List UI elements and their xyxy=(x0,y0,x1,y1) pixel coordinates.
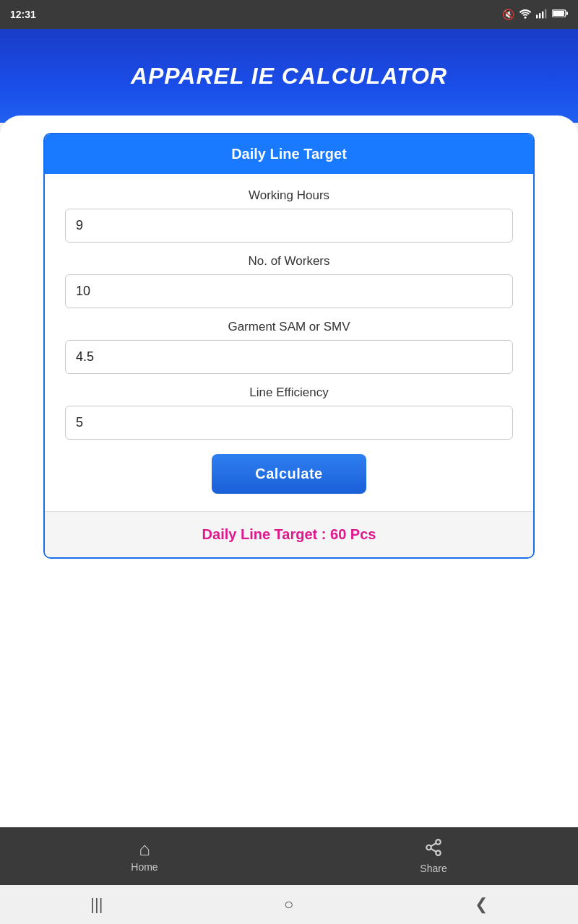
result-text: Daily Line Target : 60 Pcs xyxy=(202,526,376,542)
no-of-workers-input[interactable] xyxy=(65,274,513,308)
home-button[interactable]: ○ xyxy=(284,895,293,914)
recent-apps-button[interactable]: ||| xyxy=(90,895,103,914)
nav-share[interactable]: Share xyxy=(420,838,447,874)
svg-point-8 xyxy=(436,840,441,845)
garment-sam-input[interactable] xyxy=(65,340,513,374)
back-button[interactable]: ❮ xyxy=(475,895,488,914)
svg-point-0 xyxy=(525,16,527,18)
svg-point-10 xyxy=(436,850,441,855)
svg-rect-2 xyxy=(539,13,540,18)
calculator-card: Daily Line Target Working Hours No. of W… xyxy=(43,133,535,559)
app-header: APPAREL IE CALCULATOR xyxy=(0,29,578,123)
status-bar: 12:31 🔇 xyxy=(0,0,578,29)
nav-home[interactable]: ⌂ Home xyxy=(131,840,158,873)
battery-icon xyxy=(552,9,568,20)
line-efficiency-label: Line Efficiency xyxy=(65,385,513,400)
card-body: Working Hours No. of Workers Garment SAM… xyxy=(45,174,533,511)
android-nav: ||| ○ ❮ xyxy=(0,885,578,924)
signal-icon xyxy=(536,9,548,21)
result-bar: Daily Line Target : 60 Pcs xyxy=(45,511,533,557)
svg-rect-4 xyxy=(545,9,546,18)
status-icons: 🔇 xyxy=(502,9,568,21)
bottom-nav: ⌂ Home Share xyxy=(0,827,578,885)
svg-point-9 xyxy=(426,845,431,850)
garment-sam-label: Garment SAM or SMV xyxy=(65,320,513,334)
main-content: Daily Line Target Working Hours No. of W… xyxy=(0,116,578,573)
share-icon xyxy=(424,838,443,860)
section-title: Daily Line Target xyxy=(231,146,347,162)
svg-rect-7 xyxy=(553,11,564,16)
no-of-workers-group: No. of Workers xyxy=(65,254,513,308)
working-hours-input[interactable] xyxy=(65,209,513,243)
svg-line-11 xyxy=(431,849,436,852)
garment-sam-group: Garment SAM or SMV xyxy=(65,320,513,374)
share-label: Share xyxy=(420,863,447,874)
home-label: Home xyxy=(131,861,158,873)
working-hours-group: Working Hours xyxy=(65,188,513,243)
mute-icon: 🔇 xyxy=(502,9,514,20)
line-efficiency-group: Line Efficiency xyxy=(65,385,513,440)
spacer xyxy=(0,573,578,827)
svg-rect-1 xyxy=(536,14,538,18)
status-time: 12:31 xyxy=(10,9,36,20)
wifi-icon xyxy=(519,9,532,21)
working-hours-label: Working Hours xyxy=(65,188,513,203)
line-efficiency-input[interactable] xyxy=(65,406,513,440)
svg-rect-3 xyxy=(542,11,543,18)
app-title: APPAREL IE CALCULATOR xyxy=(131,63,447,90)
svg-line-12 xyxy=(431,843,436,846)
svg-rect-6 xyxy=(566,12,568,15)
home-icon: ⌂ xyxy=(139,840,150,858)
card-header: Daily Line Target xyxy=(45,134,533,174)
calculate-button[interactable]: Calculate xyxy=(212,454,366,494)
no-of-workers-label: No. of Workers xyxy=(65,254,513,269)
